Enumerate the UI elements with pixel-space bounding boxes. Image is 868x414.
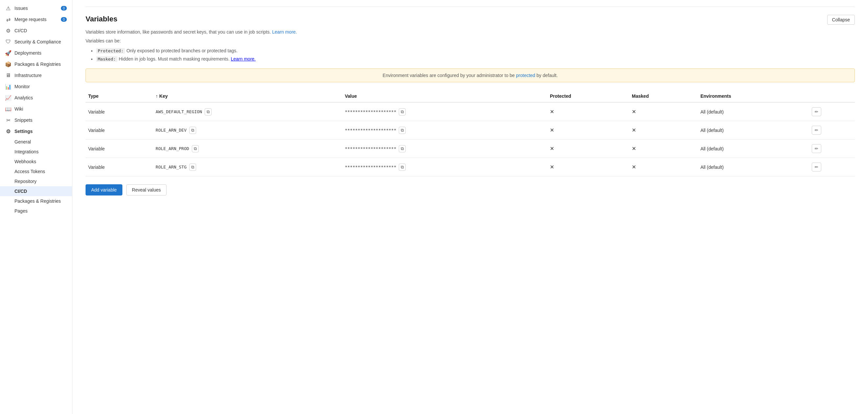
sidebar-item-merge-requests[interactable]: ⇄ Merge requests 0	[0, 14, 72, 25]
action-buttons: Add variable Reveal values	[86, 184, 855, 196]
masked-x: ✕	[632, 109, 636, 115]
row-type: Variable	[86, 102, 153, 121]
row-actions: ✏	[809, 121, 855, 140]
learn-more-link[interactable]: Learn more.	[272, 29, 297, 34]
masked-x: ✕	[632, 146, 636, 151]
copy-key-button[interactable]: ⧉	[189, 127, 196, 134]
reveal-values-button[interactable]: Reveal values	[126, 184, 166, 196]
sidebar-item-label: Wiki	[14, 106, 23, 112]
row-value: ******************** ⧉	[342, 121, 547, 140]
sidebar-subitem-packages-registries[interactable]: Packages & Registries	[0, 196, 72, 206]
sidebar-item-settings[interactable]: ⚙ Settings	[0, 126, 72, 137]
sidebar-item-wiki[interactable]: 📖 Wiki	[0, 104, 72, 115]
value-cell: ******************** ⧉	[345, 108, 545, 116]
edit-button[interactable]: ✏	[812, 126, 821, 135]
key-cell: ROLE_ARN_PROD ⧉	[156, 145, 340, 152]
sidebar-item-cicd[interactable]: ⚙ CI/CD	[0, 25, 72, 36]
row-key: ROLE_ARN_STG ⧉	[153, 158, 342, 176]
sidebar-item-packages-registries[interactable]: 📦 Packages & Registries	[0, 59, 72, 70]
row-protected: ✕	[547, 121, 629, 140]
row-key: AWS_DEFAULT_REGION ⧉	[153, 102, 342, 121]
main-content: Variables Collapse Variables store infor…	[72, 0, 868, 414]
copy-key-button[interactable]: ⧉	[192, 145, 199, 152]
sidebar-item-label: Merge requests	[14, 17, 46, 22]
row-masked: ✕	[629, 102, 698, 121]
monitor-icon: 📊	[5, 84, 11, 90]
key-value: AWS_DEFAULT_REGION	[156, 109, 202, 114]
row-actions: ✏	[809, 158, 855, 176]
col-key[interactable]: ↑Key	[153, 90, 342, 102]
masked-value: ********************	[345, 146, 397, 151]
sidebar-subitem-general[interactable]: General	[0, 137, 72, 147]
masked-value: ********************	[345, 109, 397, 114]
sidebar-item-label: Deployments	[14, 50, 41, 56]
protected-x: ✕	[550, 164, 554, 170]
row-value: ******************** ⧉	[342, 140, 547, 158]
banner-text: Environment variables are configured by …	[383, 73, 515, 78]
table-header: Type ↑Key Value Protected Masked Environ…	[86, 90, 855, 102]
row-environments: All (default)	[698, 121, 809, 140]
protected-text: Only exposed to protected branches or pr…	[126, 48, 238, 53]
copy-value-button[interactable]: ⧉	[399, 145, 406, 152]
sidebar-item-deployments[interactable]: 🚀 Deployments	[0, 48, 72, 59]
sidebar-item-label: Settings	[14, 129, 33, 134]
col-protected: Protected	[547, 90, 629, 102]
deployments-icon: 🚀	[5, 50, 11, 56]
col-value: Value	[342, 90, 547, 102]
sidebar-subitem-label: Repository	[14, 179, 36, 184]
sidebar-subitem-repository[interactable]: Repository	[0, 176, 72, 186]
col-masked: Masked	[629, 90, 698, 102]
sidebar-subitem-label: Pages	[14, 208, 28, 214]
row-protected: ✕	[547, 102, 629, 121]
sidebar-item-label: Monitor	[14, 84, 30, 89]
protected-x: ✕	[550, 109, 554, 115]
key-value: ROLE_ARN_STG	[156, 165, 187, 170]
sidebar-subitem-cicd[interactable]: CI/CD	[0, 186, 72, 196]
bullet-masked: Masked: Hidden in job logs. Must match m…	[96, 55, 855, 63]
issues-icon: ⚠	[5, 5, 11, 11]
row-protected: ✕	[547, 158, 629, 176]
sidebar-item-infrastructure[interactable]: 🖥 Infrastructure	[0, 70, 72, 81]
info-banner: Environment variables are configured by …	[86, 68, 855, 82]
copy-value-button[interactable]: ⧉	[399, 127, 406, 134]
protected-code: Protected:	[96, 48, 125, 54]
sidebar-subitem-pages[interactable]: Pages	[0, 206, 72, 216]
row-value: ******************** ⧉	[342, 158, 547, 176]
copy-key-button[interactable]: ⧉	[189, 164, 196, 171]
edit-button[interactable]: ✏	[812, 162, 821, 172]
table-header-row: Type ↑Key Value Protected Masked Environ…	[86, 90, 855, 102]
row-masked: ✕	[629, 158, 698, 176]
wiki-icon: 📖	[5, 106, 11, 112]
sidebar-subitem-webhooks[interactable]: Webhooks	[0, 157, 72, 167]
copy-key-button[interactable]: ⧉	[205, 108, 212, 116]
sidebar-subitem-integrations[interactable]: Integrations	[0, 147, 72, 157]
protected-x: ✕	[550, 127, 554, 133]
masked-text: Hidden in job logs. Must match masking r…	[119, 56, 231, 62]
value-cell: ******************** ⧉	[345, 127, 545, 134]
sidebar-item-label: Snippets	[14, 117, 32, 123]
sidebar-item-analytics[interactable]: 📈 Analytics	[0, 92, 72, 104]
sidebar-item-snippets[interactable]: ✂ Snippets	[0, 115, 72, 126]
sidebar-subitem-access-tokens[interactable]: Access Tokens	[0, 167, 72, 176]
sidebar-item-label: CI/CD	[14, 28, 27, 33]
key-value: ROLE_ARN_DEV	[156, 128, 187, 132]
table-row: Variable ROLE_ARN_PROD ⧉ ***************…	[86, 140, 855, 158]
edit-button[interactable]: ✏	[812, 107, 821, 116]
edit-button[interactable]: ✏	[812, 144, 821, 153]
can-be-label: Variables can be:	[86, 38, 855, 43]
sidebar-item-issues[interactable]: ⚠ Issues 0	[0, 3, 72, 14]
sidebar-item-security-compliance[interactable]: 🛡 Security & Compliance	[0, 36, 72, 48]
col-type: Type	[86, 90, 153, 102]
add-variable-button[interactable]: Add variable	[86, 184, 122, 196]
copy-value-button[interactable]: ⧉	[399, 108, 406, 116]
infrastructure-icon: 🖥	[5, 72, 11, 78]
collapse-button[interactable]: Collapse	[827, 15, 855, 25]
masked-learn-more-link[interactable]: Learn more.	[231, 56, 256, 62]
cicd-icon: ⚙	[5, 28, 11, 34]
settings-icon: ⚙	[5, 128, 11, 134]
sidebar-item-label: Infrastructure	[14, 73, 41, 78]
banner-protected-link[interactable]: protected	[516, 73, 535, 78]
copy-value-button[interactable]: ⧉	[399, 164, 406, 171]
sidebar-item-monitor[interactable]: 📊 Monitor	[0, 81, 72, 92]
shield-icon: 🛡	[5, 39, 11, 45]
